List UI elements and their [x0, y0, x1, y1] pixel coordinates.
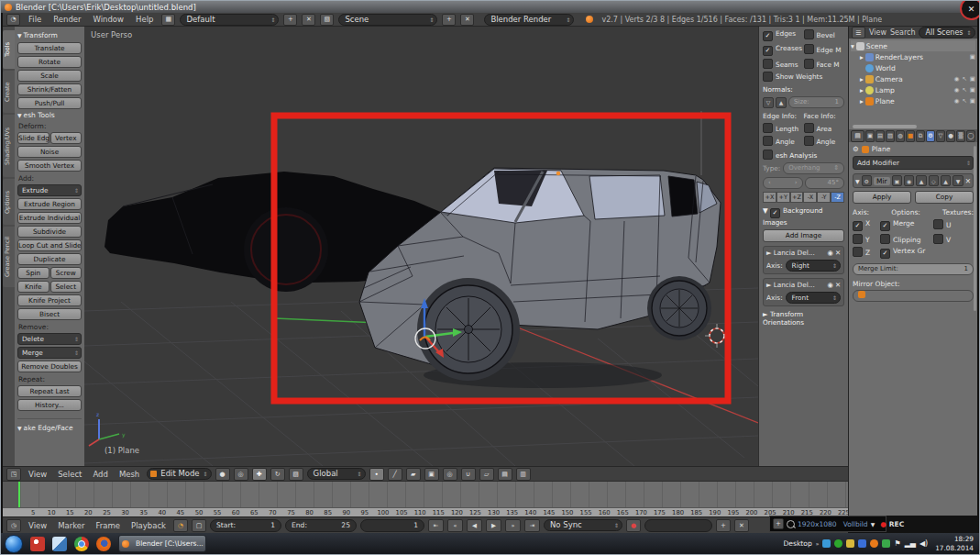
timeline-track[interactable]: [3, 482, 848, 507]
mirror-object-field[interactable]: [853, 290, 974, 302]
vertex-normals-toggle[interactable]: ▽: [763, 97, 774, 108]
mesh-tools-panel-header[interactable]: esh Tools: [17, 111, 82, 119]
chrome-icon[interactable]: [74, 537, 89, 551]
timeline-frame-tick[interactable]: 15: [61, 509, 78, 516]
editor-type-button[interactable]: ◳: [6, 468, 21, 481]
timeline-frame-tick[interactable]: 60: [227, 509, 244, 516]
axis-minus-x-button[interactable]: -X: [803, 192, 817, 203]
properties-tab-scene[interactable]: ▤: [875, 130, 885, 142]
selected-vertex[interactable]: [556, 172, 561, 176]
close-annotation-button[interactable]: ✕: [960, 0, 980, 20]
timeline-frame-tick[interactable]: 175: [651, 509, 667, 516]
render-visibility-toggle[interactable]: ▣: [892, 175, 902, 186]
edge-marks-checkbox[interactable]: Edge M: [804, 44, 845, 56]
axis-minus-z-button[interactable]: -Z: [831, 192, 844, 203]
bevel-checkbox[interactable]: Bevel: [804, 29, 845, 41]
move-down-button[interactable]: ▼: [952, 175, 963, 186]
orientation-dropdown[interactable]: Global: [307, 468, 366, 480]
timeline-view-menu[interactable]: View: [25, 521, 50, 530]
transform-orientations-header[interactable]: ► Transform Orientations: [763, 310, 844, 327]
viewport-visibility-toggle[interactable]: ◉: [904, 175, 914, 186]
jump-to-end-button[interactable]: ⇥: [524, 519, 540, 532]
duplicate-button[interactable]: Duplicate: [17, 253, 82, 265]
axis-plus-x-button[interactable]: +X: [763, 192, 776, 203]
timeline-frame-tick[interactable]: 125: [467, 509, 483, 516]
desktop-toolbar-label[interactable]: Desktop: [783, 539, 811, 548]
mode-dropdown[interactable]: Edit Mode: [147, 468, 211, 480]
tray-icon[interactable]: [834, 539, 842, 548]
timeline-frame-tick[interactable]: 135: [504, 509, 521, 516]
background-images-header[interactable]: ▼ Background Images: [763, 206, 844, 227]
timeline-frame-tick[interactable]: 75: [282, 509, 299, 516]
analysis-min-slider[interactable]: ‹›: [763, 177, 803, 189]
timeline-frame-tick[interactable]: 120: [448, 509, 465, 516]
tray-icon[interactable]: [882, 539, 890, 548]
add-scene-button[interactable]: +: [442, 14, 456, 26]
recorder-add-button[interactable]: +: [773, 518, 784, 529]
eye-icon[interactable]: ◉: [954, 97, 960, 105]
repeat-last-button[interactable]: Repeat Last: [17, 385, 82, 397]
prev-keyframe-button[interactable]: «: [447, 519, 463, 532]
timeline-frame-tick[interactable]: 80: [302, 509, 318, 516]
proportional-edit-dropdown[interactable]: ◎: [443, 468, 457, 481]
tray-icon[interactable]: [846, 539, 854, 548]
limit-to-visible-toggle[interactable]: ▣: [424, 468, 439, 481]
merge-limit-slider[interactable]: Merge Limit:1: [853, 263, 974, 275]
texture-v-checkbox[interactable]: V: [933, 234, 974, 244]
delete-keyframe-button[interactable]: ✕: [734, 519, 749, 532]
tab-shading-uvs[interactable]: Shading/UVs: [3, 115, 15, 177]
merge-dropdown[interactable]: Merge: [17, 347, 82, 359]
tab-options[interactable]: Options: [3, 179, 15, 225]
knife-button[interactable]: Knife: [17, 281, 50, 293]
cage-toggle[interactable]: ◇: [929, 175, 939, 186]
scene-icon[interactable]: ▧: [320, 14, 334, 26]
insert-keyframe-button[interactable]: +: [716, 519, 731, 532]
timeline-frame-tick[interactable]: 40: [154, 509, 171, 516]
blender-taskbar-button[interactable]: Blender [C:\Users...: [118, 535, 206, 552]
render-toggle-icon[interactable]: ▣: [970, 75, 975, 83]
frame-end-field[interactable]: End:25: [285, 519, 357, 532]
tab-tools[interactable]: Tools: [3, 30, 15, 69]
flag-icon[interactable]: ⚑: [894, 539, 900, 548]
menu-window[interactable]: Window: [90, 15, 128, 24]
timeline-frame-tick[interactable]: 55: [209, 509, 226, 516]
timeline-frame-tick[interactable]: 35: [136, 509, 152, 516]
lock-time-toggle[interactable]: ▢: [192, 519, 206, 532]
merge-checkbox[interactable]: Merge: [880, 219, 933, 231]
add-menu[interactable]: Add: [89, 470, 111, 479]
extrude-region-button[interactable]: Extrude Region: [17, 198, 82, 210]
timeline-frame-tick[interactable]: 130: [486, 509, 502, 516]
expand-icon[interactable]: ►: [766, 249, 772, 257]
image-name[interactable]: Lancia Del...: [774, 249, 826, 257]
properties-tab-constraints[interactable]: ⧉: [916, 130, 925, 142]
face-marks-checkbox[interactable]: Face M: [804, 59, 845, 69]
smooth-vertex-button[interactable]: Smooth Vertex: [17, 160, 82, 172]
extrude-individual-button[interactable]: Extrude Individual: [17, 212, 82, 224]
eye-icon[interactable]: ◉: [828, 249, 833, 257]
spin-button[interactable]: Spin: [17, 267, 50, 279]
timeline-frame-tick[interactable]: 190: [707, 509, 723, 516]
manipulator-translate-toggle[interactable]: ✚: [252, 468, 267, 481]
properties-tab-world[interactable]: ◍: [896, 130, 905, 142]
add-image-button[interactable]: Add Image: [763, 229, 844, 242]
view-menu[interactable]: View: [25, 470, 50, 479]
timeline-frame-tick[interactable]: 70: [264, 509, 281, 516]
keying-set-field[interactable]: [644, 519, 712, 532]
eye-icon[interactable]: ◉: [954, 86, 960, 94]
render-toggle-icon[interactable]: ▣: [970, 97, 975, 105]
timeline-playhead[interactable]: [18, 482, 20, 507]
timeline-frame-tick[interactable]: 85: [320, 509, 336, 516]
properties-tab-texture[interactable]: ▒: [956, 130, 965, 142]
timeline-frame-tick[interactable]: 100: [375, 509, 391, 516]
normals-size-slider[interactable]: Size:1: [788, 96, 844, 108]
image-name[interactable]: Lancia Del...: [774, 281, 826, 289]
start-button[interactable]: [5, 535, 23, 553]
image-axis-dropdown[interactable]: Front: [786, 292, 841, 304]
tray-icon[interactable]: [870, 539, 878, 548]
outliner-row-plane[interactable]: ▸ Plane ◉ ↖ ▣: [851, 95, 975, 106]
delete-dropdown[interactable]: Delete: [17, 333, 82, 345]
expand-icon[interactable]: ►: [766, 281, 772, 289]
outliner-search-menu[interactable]: Search: [890, 28, 915, 37]
disclosure-icon[interactable]: ▸: [860, 53, 864, 61]
timeline-frame-tick[interactable]: 165: [614, 509, 631, 516]
